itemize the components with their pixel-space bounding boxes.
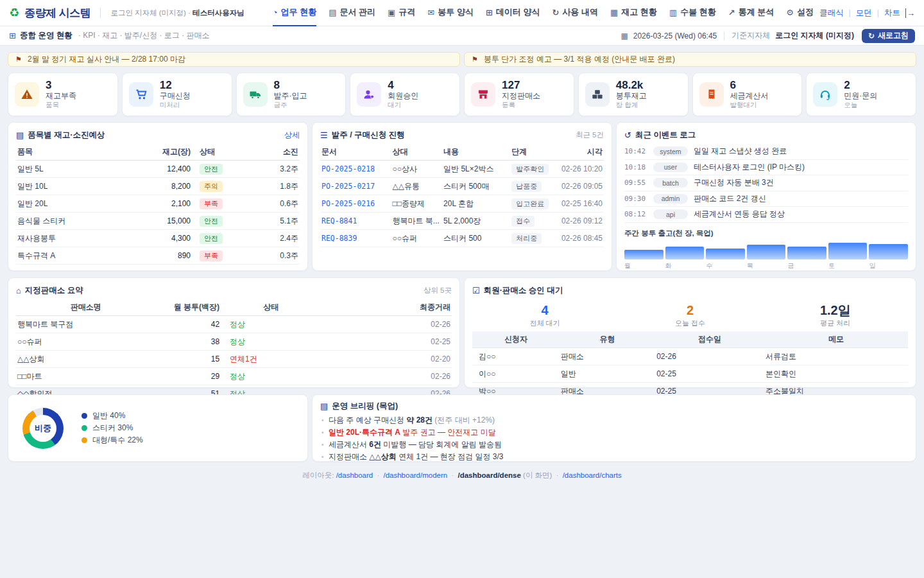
- seller-last-tx: 02-26: [321, 368, 452, 385]
- layout-link-charts[interactable]: /dashboard/charts: [563, 471, 622, 479]
- kpi-label: 봉투재고: [616, 91, 647, 101]
- dashboard-icon: ◔: [273, 8, 278, 17]
- nav-item-work-status[interactable]: ◔업무 현황: [273, 0, 316, 26]
- log-message: 구매신청 자동 분배 3건: [694, 177, 774, 188]
- kpi-sub: 품목: [46, 101, 76, 109]
- refresh-button[interactable]: ↻새로고침: [862, 29, 915, 43]
- status-badge: 주의: [200, 181, 223, 192]
- kpi-stock-shortage[interactable]: 3재고부족품목: [8, 73, 118, 116]
- truck-icon: [243, 82, 268, 107]
- stat-value: 1.2일: [763, 303, 908, 318]
- recycle-logo-icon: ♻: [9, 7, 19, 19]
- kpi-value: 3: [46, 80, 76, 91]
- nav-label: 수불 현황: [680, 6, 716, 18]
- weekly-bar: [828, 243, 868, 259]
- donut-legend: 일반 40% 스티커 30% 대형/특수 22%: [81, 410, 143, 446]
- weekly-bar-label: 목: [747, 261, 786, 270]
- kpi-value: 12: [160, 80, 191, 91]
- cart-icon: [129, 82, 153, 107]
- briefing-text: 미발행 — 담당 회계에 알림 발송됨: [381, 440, 502, 449]
- user-icon: [357, 82, 381, 107]
- doc-link[interactable]: REQ-8839: [321, 234, 357, 243]
- nav-item-settings[interactable]: ⚙설정: [786, 0, 814, 26]
- layout-link-dashboard[interactable]: /dashboard: [336, 471, 373, 479]
- doc-link[interactable]: PO-2025-0217: [321, 182, 375, 191]
- briefing-doc-icon: ▤: [320, 401, 328, 411]
- data-grid-icon: ⊞: [486, 8, 493, 17]
- app-root: ♻ 종량제 시스템 로그인 지자체 (미지정) · 테스터사용자님 ◔업무 현황…: [0, 0, 924, 480]
- stock-row: 일반 10L8,200주의1.8주: [16, 178, 300, 195]
- weekly-bar: [787, 247, 826, 259]
- nav-label: 업무 현황: [281, 6, 317, 18]
- layout-link-modern[interactable]: 모던: [856, 8, 872, 19]
- logout-icon[interactable]: →: [905, 8, 915, 18]
- log-time: 10:42: [624, 147, 647, 155]
- megaphone-icon: ⚑: [472, 55, 478, 64]
- item-name: 재사용봉투: [16, 230, 135, 247]
- donut-center-label: 비중: [30, 415, 56, 442]
- nav-item-statistics[interactable]: ↗통계 분석: [728, 0, 774, 26]
- doc-link[interactable]: REQ-8841: [321, 216, 357, 225]
- nav-item-ledger[interactable]: ▥수불 현황: [669, 0, 716, 26]
- order-time: 02-25 16:40: [558, 195, 604, 213]
- briefing-title: 운영 브리핑 (목업): [332, 401, 398, 412]
- log-entry: 08:12api세금계산서 연동 응답 정상: [624, 207, 908, 223]
- kpi-purchase-requests[interactable]: 12구매신청미처리: [122, 73, 232, 116]
- chart-icon: ↗: [728, 8, 735, 17]
- weekly-bar-label: 토: [828, 261, 868, 270]
- layout-link-modern[interactable]: /dashboard/modern: [383, 471, 447, 479]
- nav-item-bag-form[interactable]: ✉봉투 양식: [427, 0, 474, 26]
- nav-item-document-mgmt[interactable]: ▤문서 관리: [329, 0, 375, 26]
- orders-panel: ☰ 발주 / 구매신청 진행 최근 5건 문서 상대 내용 단계 시각 PO-2…: [312, 122, 612, 271]
- seller-qty: 29: [155, 368, 221, 385]
- calendar-icon: ▦: [620, 31, 628, 40]
- log-message: 세금계산서 연동 응답 정상: [694, 209, 785, 220]
- nav-item-spec[interactable]: ▣규격: [388, 0, 415, 26]
- sub-header-right: ▦ 2026-03-25 (Wed) 06:45 기준지자체 로그인 지자체 (…: [620, 29, 915, 43]
- order-desc: 20L 혼합: [442, 195, 510, 213]
- seller-last-tx: 02-26: [321, 316, 452, 333]
- log-entry: 09:55batch구매신청 자동 분배 3건: [624, 175, 908, 191]
- stat-total-waiting: 4전체 대기: [472, 303, 617, 328]
- kpi-orders-inbound[interactable]: 8발주·입고금주: [236, 73, 346, 116]
- legend-label: 스티커 30%: [92, 423, 133, 434]
- briefing-text: 다음 주 예상 구매신청: [329, 416, 406, 425]
- weekly-bar: [747, 245, 786, 259]
- kpi-member-approval[interactable]: 4회원승인대기: [350, 73, 460, 116]
- login-prefix: 로그인 지자체 (미지정) ·: [110, 9, 191, 17]
- nav-item-data-form[interactable]: ⊞데이터 양식: [486, 0, 540, 26]
- kpi-designated-sellers[interactable]: 127지정판매소등록: [464, 73, 574, 116]
- doc-link[interactable]: PO-2025-0218: [321, 164, 375, 173]
- nav-item-inventory[interactable]: ▦재고 현황: [610, 0, 657, 26]
- stock-detail-link[interactable]: 상세: [284, 130, 300, 141]
- kpi-label: 발주·입고: [274, 91, 307, 101]
- log-time: 10:18: [624, 163, 647, 171]
- log-tag: api: [653, 209, 688, 219]
- divider: [100, 8, 101, 18]
- nav-label: 통계 분석: [739, 6, 774, 18]
- layout-switcher: 클래식 | 모던 | 차트 →: [819, 8, 915, 19]
- nav-item-usage-history[interactable]: ↻사용 내역: [552, 0, 598, 26]
- megaphone-icon: ⚑: [15, 55, 22, 64]
- separator: |: [877, 8, 879, 17]
- log-message: 일일 재고 스냅샷 생성 완료: [694, 146, 787, 157]
- col-header-party: 상대: [391, 144, 443, 161]
- col-header-status: 상태: [221, 299, 321, 316]
- doc-link[interactable]: PO-2025-0216: [321, 199, 375, 208]
- panel-row-4: 비중 일반 40% 스티커 30% 대형/특수 22% ▤ 운영 브리핑 (목업…: [8, 394, 916, 462]
- seller-name: 행복마트 북구점: [16, 316, 155, 333]
- store-icon: [471, 82, 495, 107]
- layout-link-chart[interactable]: 차트: [884, 8, 900, 19]
- kpi-bag-inventory[interactable]: 48.2k봉투재고장 합계: [578, 73, 689, 116]
- kpi-complaints[interactable]: 2민원·문의오늘: [806, 73, 916, 116]
- order-time: 02-26 09:05: [558, 178, 604, 195]
- order-desc: 5L 2,000장: [442, 213, 510, 230]
- sellers-panel: ⌂ 지정판매소 요약 상위 5곳 판매소명 월 봉투(백장) 상태 최종거래 행…: [8, 277, 460, 388]
- kpi-tax-invoice[interactable]: 6세금계산서발행대기: [692, 73, 803, 116]
- share-donut-chart: 비중: [22, 408, 64, 449]
- weekly-bar: [665, 247, 705, 259]
- item-name: 특수규격 A: [16, 247, 135, 265]
- col-header-last-tx: 최종거래: [321, 299, 452, 316]
- layout-link-classic[interactable]: 클래식: [819, 8, 844, 19]
- top-nav: ♻ 종량제 시스템 로그인 지자체 (미지정) · 테스터사용자님 ◔업무 현황…: [0, 0, 924, 26]
